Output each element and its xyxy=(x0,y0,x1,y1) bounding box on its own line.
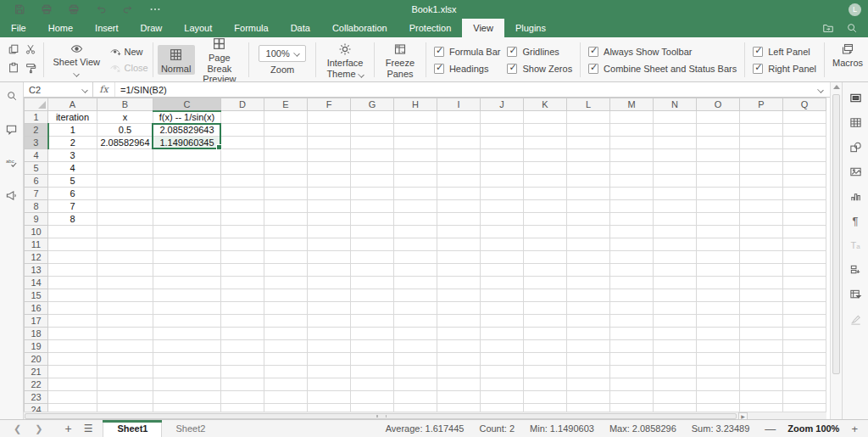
cell-I8[interactable] xyxy=(437,200,481,213)
cell-F14[interactable] xyxy=(308,277,351,289)
cell-D17[interactable] xyxy=(221,315,264,328)
cell-J18[interactable] xyxy=(481,328,524,340)
cell-F1[interactable] xyxy=(308,111,351,124)
cell-C14[interactable] xyxy=(153,277,221,289)
new-sheet-view-button[interactable]: New xyxy=(110,47,148,58)
cell-G14[interactable] xyxy=(351,277,394,289)
format-painter-button[interactable] xyxy=(22,59,39,76)
cell-A22[interactable] xyxy=(48,378,97,391)
cell-O9[interactable] xyxy=(697,213,740,226)
view-mode-normal[interactable]: Normal xyxy=(158,45,195,76)
cell-L2[interactable] xyxy=(567,124,610,137)
cell-G3[interactable] xyxy=(351,137,394,149)
column-header-Q[interactable]: Q xyxy=(783,98,826,111)
cell-G7[interactable] xyxy=(351,188,394,200)
cell-C18[interactable] xyxy=(153,328,221,340)
row-header-23[interactable]: 23 xyxy=(25,391,48,404)
cell-I16[interactable] xyxy=(437,302,481,315)
slicer-settings-button[interactable] xyxy=(847,261,864,278)
cell-M5[interactable] xyxy=(610,162,654,175)
cell-D8[interactable] xyxy=(221,200,264,213)
user-avatar[interactable]: L xyxy=(849,3,861,16)
cell-O10[interactable] xyxy=(697,226,740,238)
cell-I14[interactable] xyxy=(437,277,481,289)
cell-D1[interactable] xyxy=(221,111,264,124)
cell-F2[interactable] xyxy=(308,124,351,137)
cell-H15[interactable] xyxy=(394,289,437,302)
cell-G18[interactable] xyxy=(351,328,394,340)
cell-F4[interactable] xyxy=(308,149,351,162)
cell-E3[interactable] xyxy=(264,137,308,149)
cell-M7[interactable] xyxy=(610,188,654,200)
select-all-corner[interactable] xyxy=(25,98,48,111)
cell-L20[interactable] xyxy=(567,353,610,366)
pivot-table-settings-button[interactable] xyxy=(847,286,864,303)
cell-N5[interactable] xyxy=(654,162,697,175)
cell-D10[interactable] xyxy=(221,226,264,238)
cell-A19[interactable] xyxy=(48,340,97,353)
feedback-button[interactable] xyxy=(3,187,20,204)
row-header-21[interactable]: 21 xyxy=(25,366,48,378)
cell-N10[interactable] xyxy=(654,226,697,238)
cell-G2[interactable] xyxy=(351,124,394,137)
cell-E4[interactable] xyxy=(264,149,308,162)
cell-K8[interactable] xyxy=(524,200,567,213)
cell-C5[interactable] xyxy=(153,162,221,175)
cell-N9[interactable] xyxy=(654,213,697,226)
column-header-L[interactable]: L xyxy=(567,98,610,111)
cell-K12[interactable] xyxy=(524,251,567,264)
cell-O3[interactable] xyxy=(697,137,740,149)
cell-A13[interactable] xyxy=(48,264,97,277)
cell-A18[interactable] xyxy=(48,328,97,340)
paragraph-settings-button[interactable]: ¶ xyxy=(847,212,864,229)
cell-L16[interactable] xyxy=(567,302,610,315)
sheet-list-button[interactable]: ☰ xyxy=(84,423,93,434)
cell-H20[interactable] xyxy=(394,353,437,366)
cell-O19[interactable] xyxy=(697,340,740,353)
cell-B4[interactable] xyxy=(97,149,153,162)
next-sheet-button[interactable]: ❯ xyxy=(35,423,42,434)
cell-B16[interactable] xyxy=(97,302,153,315)
cell-B18[interactable] xyxy=(97,328,153,340)
cell-D23[interactable] xyxy=(221,391,264,404)
cell-J4[interactable] xyxy=(481,149,524,162)
row-header-10[interactable]: 10 xyxy=(25,226,48,238)
cell-M20[interactable] xyxy=(610,353,654,366)
row-header-12[interactable]: 12 xyxy=(25,251,48,264)
cell-D21[interactable] xyxy=(221,366,264,378)
formula-input[interactable]: =1/SIN(B2) xyxy=(115,82,811,97)
cell-N18[interactable] xyxy=(654,328,697,340)
add-sheet-button[interactable]: + xyxy=(64,422,71,435)
cell-M15[interactable] xyxy=(610,289,654,302)
cell-D11[interactable] xyxy=(221,238,264,251)
cell-E6[interactable] xyxy=(264,175,308,188)
zoom-level[interactable]: Zoom 100% xyxy=(787,423,839,434)
row-header-1[interactable]: 1 xyxy=(25,111,48,124)
search-button[interactable] xyxy=(844,21,860,35)
checkbox-gridlines[interactable]: Gridlines xyxy=(507,47,572,57)
column-header-D[interactable]: D xyxy=(221,98,264,111)
cell-D19[interactable] xyxy=(221,340,264,353)
cell-K7[interactable] xyxy=(524,188,567,200)
cell-N17[interactable] xyxy=(654,315,697,328)
cell-E19[interactable] xyxy=(264,340,308,353)
cell-C15[interactable] xyxy=(153,289,221,302)
cell-settings-button[interactable] xyxy=(847,89,864,106)
cell-K3[interactable] xyxy=(524,137,567,149)
tab-plugins[interactable]: Plugins xyxy=(504,19,557,37)
cell-E16[interactable] xyxy=(264,302,308,315)
cell-L8[interactable] xyxy=(567,200,610,213)
row-header-5[interactable]: 5 xyxy=(25,162,48,175)
cell-J6[interactable] xyxy=(481,175,524,188)
cell-B8[interactable] xyxy=(97,200,153,213)
cell-A10[interactable] xyxy=(48,226,97,238)
column-header-F[interactable]: F xyxy=(308,98,351,111)
cell-K17[interactable] xyxy=(524,315,567,328)
cell-Q4[interactable] xyxy=(783,149,826,162)
cell-H22[interactable] xyxy=(394,378,437,391)
cell-C9[interactable] xyxy=(153,213,221,226)
cell-G17[interactable] xyxy=(351,315,394,328)
column-header-M[interactable]: M xyxy=(610,98,654,111)
column-header-N[interactable]: N xyxy=(654,98,697,111)
column-header-E[interactable]: E xyxy=(264,98,308,111)
